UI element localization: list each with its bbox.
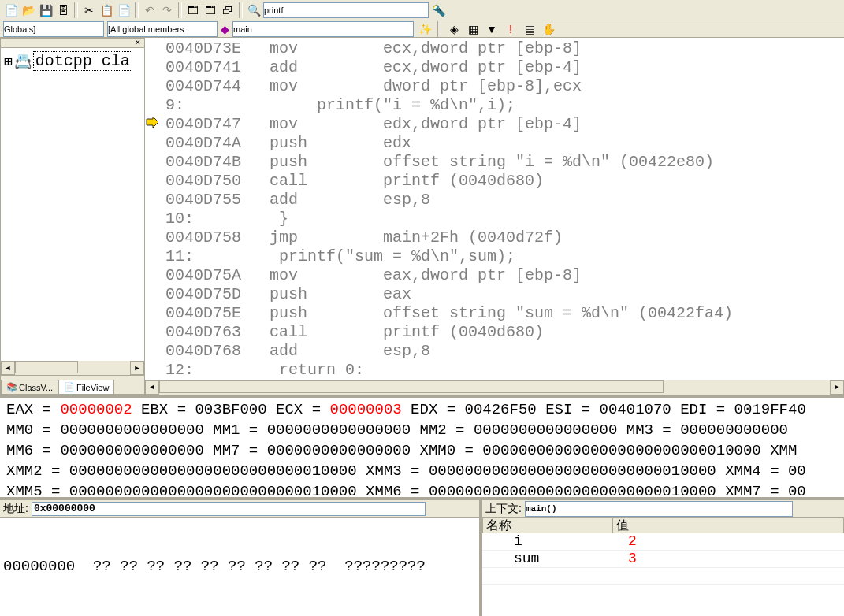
find-icon[interactable]: 🔍 [246, 2, 262, 18]
col-name[interactable]: 名称 [482, 518, 612, 533]
class-icon: 📇 [14, 53, 32, 70]
tool-icon-1[interactable]: ◈ [446, 21, 462, 37]
col-value[interactable]: 值 [612, 518, 844, 533]
paste-icon[interactable]: 📄 [116, 2, 132, 18]
memory-dump[interactable]: 00000000 ?? ?? ?? ?? ?? ?? ?? ?? ?? ????… [0, 518, 479, 616]
redo-icon[interactable]: ↷ [159, 2, 175, 18]
workspace-icon[interactable]: 🗔 [185, 2, 201, 18]
table-row[interactable] [482, 568, 844, 585]
asm-line: 0040D747 mov edx,dword ptr [ebp-4] [165, 115, 838, 134]
memory-row: 00000000 ?? ?? ?? ?? ?? ?? ?? ?? ?? ????… [3, 557, 476, 576]
side-tabs: 📚ClassV... 📄FileView [1, 375, 144, 394]
undo-icon[interactable]: ↶ [142, 2, 158, 18]
tool-icon-4[interactable]: ! [503, 21, 519, 37]
tool-icon-2[interactable]: ▦ [465, 21, 481, 37]
cut-icon[interactable]: ✂ [81, 2, 97, 18]
new-file-icon[interactable]: 📄 [3, 2, 19, 18]
asm-line: 0040D741 add ecx,dword ptr [ebp-4] [165, 58, 838, 77]
table-header: 名称 值 [482, 518, 844, 533]
var-name: i [482, 533, 612, 550]
tab-fileview[interactable]: 📄FileView [58, 380, 114, 394]
tab-label: ClassV... [19, 383, 53, 392]
members-combo[interactable] [107, 21, 218, 37]
reg-line: MM0 = 0000000000000000 MM1 = 00000000000… [6, 421, 788, 439]
source-line: 10: } [165, 210, 838, 228]
disassembly-panel[interactable]: 0040D73E mov ecx,dword ptr [ebp-8] 0040D… [145, 38, 844, 395]
asm-line: 0040D73E mov ecx,dword ptr [ebp-8] [165, 39, 838, 58]
gutter [145, 38, 165, 395]
asm-line: 0040D74A push edx [165, 134, 838, 153]
separator [239, 2, 243, 18]
memory-panel: 地址: 00000000 ?? ?? ?? ?? ?? ?? ?? ?? ?? … [0, 500, 482, 616]
bullet-icon: ◆ [221, 23, 229, 35]
asm-line: 0040D75A mov eax,dword ptr [ebp-8] [165, 266, 838, 285]
reg-value: 00000002 [60, 401, 132, 418]
reg-text: EDX = 00426F50 ESI = 00401070 EDI = 0019… [402, 401, 806, 418]
var-value: 2 [612, 533, 653, 550]
classview-icon: 📚 [6, 382, 17, 392]
var-name: sum [482, 551, 612, 567]
variables-table[interactable]: 名称 值 i 2 sum 3 [482, 518, 844, 616]
scroll-left-icon[interactable]: ◄ [1, 361, 15, 375]
tab-label: FileView [76, 383, 109, 392]
asm-line: 0040D744 mov dword ptr [ebp-8],ecx [165, 77, 838, 96]
reg-label: EAX = [6, 401, 60, 418]
svg-marker-0 [147, 117, 158, 128]
scroll-left-icon[interactable]: ◄ [145, 380, 159, 395]
scroll-thumb[interactable] [15, 361, 78, 373]
save-all-icon[interactable]: 🗄 [55, 2, 71, 18]
globals-combo[interactable] [3, 21, 104, 37]
code-scrollbar[interactable]: ◄ ► [145, 380, 844, 395]
table-row[interactable]: i 2 [482, 533, 844, 551]
tool-icon-3[interactable]: ▼ [484, 21, 500, 37]
bottom-area: 地址: 00000000 ?? ?? ?? ?? ?? ?? ?? ?? ?? … [0, 497, 844, 616]
scroll-thumb[interactable] [159, 380, 664, 393]
asm-line: 0040D763 call printf (0040d680) [165, 323, 838, 342]
var-value: 3 [612, 551, 653, 567]
table-row[interactable]: sum 3 [482, 551, 844, 568]
tree-item[interactable]: ⊞ 📇 dotcpp cla [4, 51, 141, 71]
scroll-right-icon[interactable]: ► [130, 361, 144, 375]
hand-icon[interactable]: ✋ [541, 21, 556, 37]
asm-line: 0040D755 add esp,8 [165, 191, 838, 210]
registers-panel[interactable]: EAX = 00000002 EBX = 003BF000 ECX = 0000… [0, 395, 844, 497]
separator [178, 2, 182, 18]
wizard-icon[interactable]: ✨ [417, 21, 433, 37]
scroll-right-icon[interactable]: ► [830, 380, 844, 395]
source-line: 11: printf("sum = %d\n",sum); [165, 247, 838, 266]
side-scrollbar[interactable]: ◄ ► [1, 361, 144, 375]
workspace-panel: ✕ ⊞ 📇 dotcpp cla ◄ ► 📚ClassV... 📄FileVie… [0, 38, 145, 395]
reg-value: 00000003 [329, 401, 401, 418]
tab-classview[interactable]: 📚ClassV... [1, 380, 58, 394]
context-combo[interactable] [525, 501, 793, 517]
tool-icon-5[interactable]: ▤ [522, 21, 537, 37]
variables-header: 上下文: [482, 500, 844, 518]
class-tree[interactable]: ⊞ 📇 dotcpp cla [1, 48, 144, 361]
separator [437, 21, 441, 37]
output-icon[interactable]: 🗔 [203, 2, 218, 18]
members-toolbar: ◆ ✨ ◈ ▦ ▼ ! ▤ ✋ [0, 20, 844, 38]
function-combo[interactable] [232, 21, 414, 37]
asm-line: 0040D74B push offset string "i = %d\n" (… [165, 153, 838, 172]
reg-line: XMM2 = 00000000000000000000000000010000 … [6, 462, 806, 480]
window-icon[interactable]: 🗗 [220, 2, 236, 18]
search-combo[interactable] [263, 2, 429, 18]
context-label: 上下文: [485, 502, 522, 516]
reg-line: MM6 = 0000000000000000 MM7 = 00000000000… [6, 442, 797, 459]
search-go-icon[interactable]: 🔦 [430, 2, 446, 18]
tree-item-label[interactable]: dotcpp cla [33, 51, 132, 71]
execution-arrow-icon [145, 115, 159, 134]
fileview-icon: 📄 [64, 382, 75, 392]
asm-line: 0040D75D push eax [165, 285, 838, 304]
variables-panel: 上下文: 名称 值 i 2 sum 3 [482, 500, 844, 616]
open-icon[interactable]: 📂 [20, 2, 36, 18]
save-icon[interactable]: 💾 [38, 2, 54, 18]
address-input[interactable] [32, 502, 426, 516]
source-line: 9: printf("i = %d\n",i); [165, 96, 838, 115]
reg-text: EBX = 003BF000 ECX = [132, 401, 330, 418]
copy-icon[interactable]: 📋 [99, 2, 114, 18]
close-icon[interactable]: ✕ [135, 39, 141, 47]
main-area: ✕ ⊞ 📇 dotcpp cla ◄ ► 📚ClassV... 📄FileVie… [0, 38, 844, 395]
reg-line: XMM5 = 00000000000000000000000000010000 … [6, 483, 806, 497]
expand-icon[interactable]: ⊞ [4, 53, 13, 70]
